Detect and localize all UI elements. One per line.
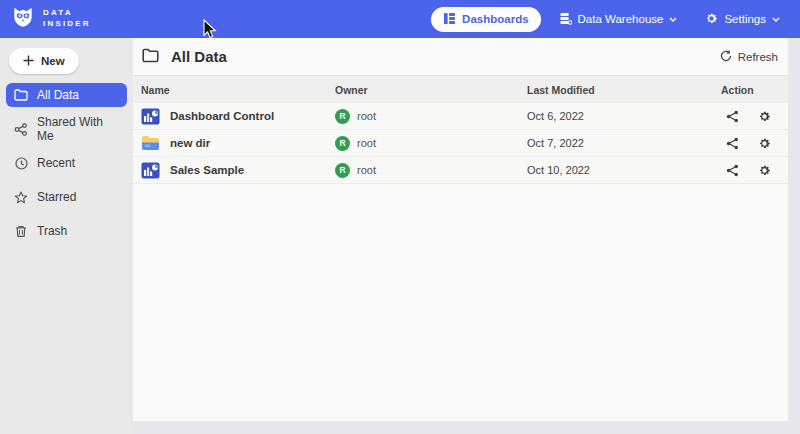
main-content: All Data Refresh Name Owner Last Modifie… [133, 38, 788, 421]
last-modified-cell: Oct 10, 2022 [527, 164, 721, 176]
content-header: All Data Refresh [133, 38, 788, 76]
chevron-down-icon [772, 17, 780, 22]
brand[interactable]: DATA INSIDER [10, 4, 91, 34]
nav-data-warehouse-button[interactable]: Data Warehouse [549, 7, 688, 32]
sidebar-item-trash[interactable]: Trash [6, 219, 127, 243]
sidebar-item-label: Shared With Me [37, 115, 119, 143]
share-button[interactable] [724, 135, 741, 152]
owner-cell: R root [335, 163, 527, 178]
nav-settings-button[interactable]: Settings [695, 7, 790, 32]
last-modified-cell: Oct 6, 2022 [527, 110, 721, 122]
owner-name: root [357, 110, 376, 122]
brand-text: DATA INSIDER [43, 8, 91, 30]
dashboard-grid-icon [443, 12, 456, 27]
owner-avatar: R [335, 163, 350, 178]
sidebar: New All Data Shared With [0, 38, 133, 434]
row-settings-button[interactable] [756, 135, 773, 152]
refresh-icon [720, 50, 732, 64]
nav-dashboards-button[interactable]: Dashboards [431, 7, 540, 32]
owner-avatar: R [335, 136, 350, 151]
file-type-icon [141, 135, 160, 152]
row-name: new dir [170, 137, 210, 149]
chevron-down-icon [669, 17, 677, 22]
owl-logo-icon [10, 4, 36, 34]
row-settings-button[interactable] [756, 108, 773, 125]
sidebar-item-label: Trash [37, 224, 67, 238]
table-row[interactable]: Sales Sample R root Oct 10, 2022 [133, 157, 788, 184]
file-type-icon [141, 162, 160, 179]
top-navbar: DATA INSIDER Dashboards [0, 0, 800, 38]
refresh-label: Refresh [738, 51, 778, 63]
plus-icon [23, 55, 34, 68]
clock-icon [14, 156, 28, 170]
sidebar-item-all-data[interactable]: All Data [6, 83, 127, 107]
sidebar-item-label: Recent [37, 156, 75, 170]
refresh-button[interactable]: Refresh [720, 50, 778, 64]
table-header: Name Owner Last Modified Action [133, 76, 788, 103]
actions-cell [721, 108, 788, 125]
row-settings-button[interactable] [756, 162, 773, 179]
column-header-name: Name [141, 84, 335, 96]
page-title-label: All Data [171, 48, 227, 65]
new-button-label: New [41, 55, 65, 67]
folder-icon [14, 88, 28, 102]
table-row[interactable]: new dir R root Oct 7, 2022 [133, 130, 788, 157]
name-cell: Dashboard Control [141, 108, 335, 125]
database-icon [559, 12, 572, 27]
navbar-menu: Dashboards Data Warehouse [431, 7, 790, 32]
sidebar-item-recent[interactable]: Recent [6, 151, 127, 175]
owner-name: root [357, 164, 376, 176]
row-name: Dashboard Control [170, 110, 274, 122]
row-name: Sales Sample [170, 164, 244, 176]
row-modified: Oct 7, 2022 [527, 137, 584, 149]
actions-cell [721, 135, 788, 152]
owner-avatar: R [335, 109, 350, 124]
file-type-icon [141, 108, 160, 125]
row-modified: Oct 10, 2022 [527, 164, 590, 176]
sidebar-item-starred[interactable]: Starred [6, 185, 127, 209]
table-body: Dashboard Control R root Oct 6, 2022 [133, 103, 788, 184]
trash-icon [14, 224, 28, 238]
name-cell: Sales Sample [141, 162, 335, 179]
column-header-last-modified: Last Modified [527, 84, 721, 96]
nav-dashboards-label: Dashboards [462, 13, 528, 25]
row-modified: Oct 6, 2022 [527, 110, 584, 122]
gear-icon [705, 12, 718, 27]
column-header-action: Action [721, 84, 788, 96]
name-cell: new dir [141, 135, 335, 152]
owner-cell: R root [335, 136, 527, 151]
sidebar-nav: All Data Shared With Me [0, 83, 133, 243]
folder-icon [142, 48, 159, 66]
star-icon [14, 190, 28, 204]
sidebar-item-shared-with-me[interactable]: Shared With Me [6, 117, 127, 141]
column-header-owner: Owner [335, 84, 527, 96]
new-button[interactable]: New [9, 48, 79, 74]
owner-name: root [357, 137, 376, 149]
sidebar-item-label: All Data [37, 88, 79, 102]
page-title: All Data [142, 48, 227, 66]
share-button[interactable] [724, 108, 741, 125]
share-button[interactable] [724, 162, 741, 179]
table-row[interactable]: Dashboard Control R root Oct 6, 2022 [133, 103, 788, 130]
nav-data-warehouse-label: Data Warehouse [578, 13, 664, 25]
actions-cell [721, 162, 788, 179]
last-modified-cell: Oct 7, 2022 [527, 137, 721, 149]
share-icon [14, 122, 28, 136]
nav-settings-label: Settings [724, 13, 766, 25]
sidebar-item-label: Starred [37, 190, 76, 204]
owner-cell: R root [335, 109, 527, 124]
app-screen: DATA INSIDER Dashboards [0, 0, 800, 434]
